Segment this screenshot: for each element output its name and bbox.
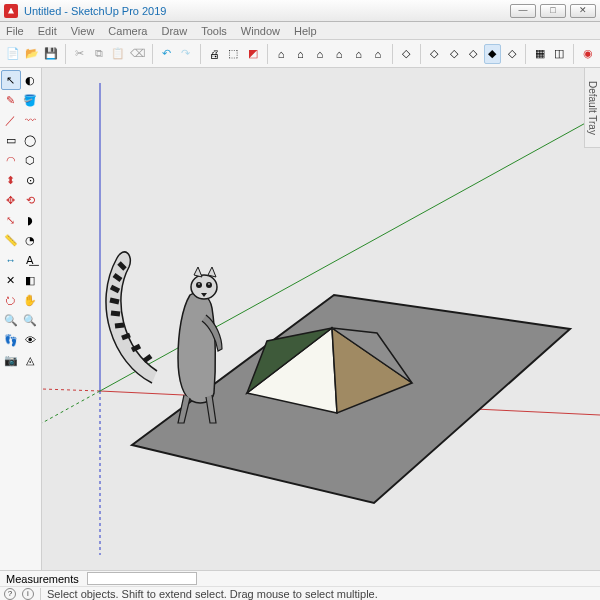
svg-point-12 [206,282,212,288]
pan-tool-icon[interactable]: ✋ [21,290,41,310]
main-toolbar: 📄📂💾✂⧉📋⌫↶↷🖨⬚◩⌂⌂⌂⌂⌂⌂◇◇◇◇◆◇▦◫◉ [0,40,600,68]
default-tray-tab[interactable]: Default Tray [584,68,600,148]
line-tool-icon[interactable]: ／ [1,110,21,130]
viewport[interactable]: Default Tray [42,68,600,570]
eraser-tool-icon[interactable]: ✎ [1,90,21,110]
dimension-tool-icon[interactable]: ↔ [1,250,21,270]
position-camera-tool-icon[interactable]: 📷 [1,350,21,370]
menu-help[interactable]: Help [294,25,317,37]
model-info-icon[interactable]: ⬚ [225,44,242,64]
pushpull-tool-icon[interactable]: ⬍ [1,170,21,190]
tape-tool-icon[interactable]: 📏 [1,230,21,250]
status-hint: Select objects. Shift to extend select. … [47,588,378,600]
text-tool-icon[interactable]: A͟ [21,250,41,270]
erase-icon: ⌫ [129,44,147,64]
solid-union-icon[interactable]: ◇ [426,44,443,64]
ext-warehouse-icon[interactable]: ⌂ [311,44,328,64]
solid-trim-icon[interactable]: ◇ [464,44,481,64]
menu-window[interactable]: Window [241,25,280,37]
menu-tools[interactable]: Tools [201,25,227,37]
statusbar: Measurements ? i Select objects. Shift t… [0,570,600,600]
paint-tool-icon[interactable]: 🪣 [21,90,41,110]
offset-tool-icon[interactable]: ⊙ [21,170,41,190]
select-tool-icon[interactable]: ↖ [1,70,21,90]
extension-icon[interactable]: ◩ [244,44,261,64]
styles-icon[interactable]: ◉ [579,44,596,64]
3dwarehouse-icon[interactable]: ⌂ [292,44,309,64]
outer-shell-icon[interactable]: ▦ [531,44,548,64]
circle-tool-icon[interactable]: ◯ [21,130,41,150]
measurements-label: Measurements [6,573,79,585]
solid-tools-1-icon[interactable]: ◇ [397,44,414,64]
polygon-tool-icon[interactable]: ⬡ [21,150,41,170]
lookaround-tool-icon[interactable]: 👁 [21,330,41,350]
protractor-tool-icon[interactable]: ◔ [21,230,41,250]
rotate-tool-icon[interactable]: ⟲ [21,190,41,210]
help-icon[interactable]: ? [4,588,16,600]
save-icon[interactable]: 💾 [43,44,60,64]
undo-icon[interactable]: ↶ [158,44,175,64]
menu-edit[interactable]: Edit [38,25,57,37]
info-icon[interactable]: i [22,588,34,600]
lasso-tool-icon[interactable]: ◐ [21,70,41,90]
scale-tool-icon[interactable]: ⤡ [1,210,21,230]
titlebar: Untitled - SketchUp Pro 2019 — □ ✕ [0,0,600,22]
solid-subtract-icon[interactable]: ◇ [445,44,462,64]
print-icon[interactable]: 🖨 [205,44,222,64]
component-icon[interactable]: ⌂ [330,44,347,64]
section-tool-icon[interactable]: ◧ [21,270,41,290]
toolbox: ↖◐✎🪣／〰▭◯◠⬡⬍⊙✥⟲⤡◗📏◔↔A͟✕◧⭮✋🔍🔍👣👁📷◬ [0,68,42,570]
open-icon[interactable]: 📂 [23,44,40,64]
svg-point-13 [198,283,200,285]
copy-icon: ⧉ [90,44,107,64]
solid-split-icon[interactable]: ◇ [503,44,520,64]
menu-draw[interactable]: Draw [161,25,187,37]
zoom-tool-icon[interactable]: 🔍 [1,310,21,330]
move-tool-icon[interactable]: ✥ [1,190,21,210]
add-location-icon[interactable]: ⌂ [369,44,386,64]
axes-tool-icon[interactable]: ✕ [1,270,21,290]
menu-view[interactable]: View [71,25,95,37]
zoom-extents-tool-icon[interactable]: 🔍 [21,310,41,330]
sandbox-tool-icon[interactable]: ◬ [21,350,41,370]
orbit-tool-icon[interactable]: ⭮ [1,290,21,310]
rectangle-tool-icon[interactable]: ▭ [1,130,21,150]
menu-camera[interactable]: Camera [108,25,147,37]
svg-point-14 [208,283,210,285]
warehouse-icon[interactable]: ⌂ [272,44,289,64]
window-title: Untitled - SketchUp Pro 2019 [24,5,510,17]
paste-icon: 📋 [110,44,127,64]
menu-file[interactable]: File [6,25,24,37]
freehand-tool-icon[interactable]: 〰 [21,110,41,130]
walk-tool-icon[interactable]: 👣 [1,330,21,350]
svg-point-11 [196,282,202,288]
cut-icon: ✂ [71,44,88,64]
measurements-input[interactable] [87,572,197,585]
arc-tool-icon[interactable]: ◠ [1,150,21,170]
menubar: FileEditViewCameraDrawToolsWindowHelp [0,22,600,40]
app-icon [4,4,18,18]
close-button[interactable]: ✕ [570,4,596,18]
solid-intersect-icon[interactable]: ◆ [484,44,501,64]
scene [42,68,600,570]
maximize-button[interactable]: □ [540,4,566,18]
explode-icon[interactable]: ◫ [551,44,568,64]
new-icon[interactable]: 📄 [4,44,21,64]
followme-tool-icon[interactable]: ◗ [21,210,41,230]
send-layout-icon[interactable]: ⌂ [350,44,367,64]
minimize-button[interactable]: — [510,4,536,18]
redo-icon: ↷ [177,44,194,64]
